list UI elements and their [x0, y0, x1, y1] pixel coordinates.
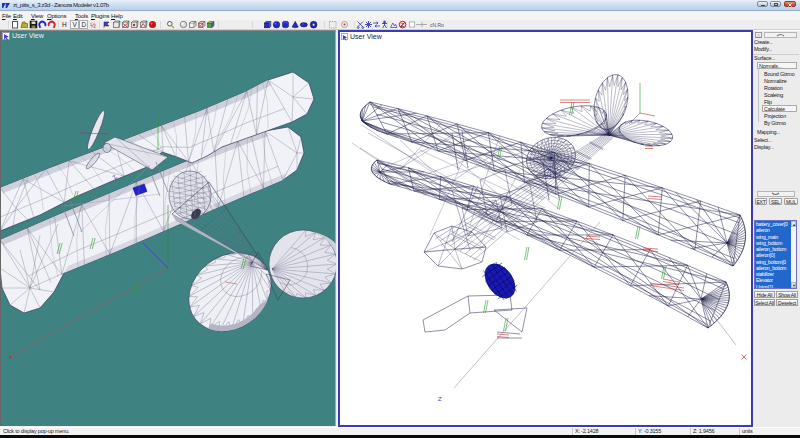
- svg-text:V: V: [73, 21, 78, 28]
- svg-text:D: D: [82, 21, 87, 28]
- svg-text:H: H: [62, 21, 67, 28]
- svg-text:½: ½: [90, 22, 96, 29]
- svg-text:cN.Ro: cN.Ro: [430, 22, 444, 28]
- svg-text:Z: Z: [438, 396, 442, 402]
